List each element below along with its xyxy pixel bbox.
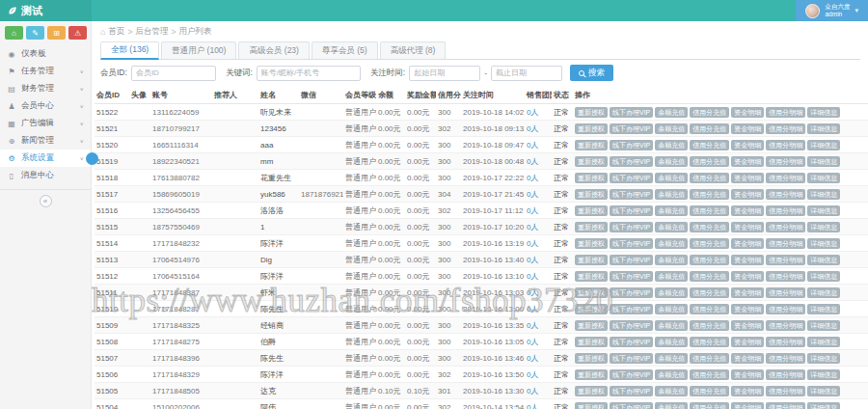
action-button-信用分明细[interactable]: 信用分明细 (766, 173, 805, 183)
action-button-信用分充值[interactable]: 信用分充值 (690, 287, 729, 298)
action-button-重新授权[interactable]: 重新授权 (575, 402, 608, 409)
action-button-余额充值[interactable]: 余额充值 (655, 320, 688, 331)
cell-销售团队[interactable]: 0人 (525, 285, 552, 301)
action-button-线下办理VIP[interactable]: 线下办理VIP (610, 271, 653, 282)
tab-高级代理 (8)[interactable]: 高级代理 (8) (380, 41, 447, 59)
sidebar-item-会员中心[interactable]: ♟会员中心∨ (0, 97, 91, 115)
action-button-信用分充值[interactable]: 信用分充值 (690, 353, 729, 364)
action-button-余额充值[interactable]: 余额充值 (655, 107, 688, 118)
action-button-详细信息[interactable]: 详细信息 (807, 304, 840, 314)
action-button-资金明细[interactable]: 资金明细 (731, 189, 764, 200)
avatar[interactable] (805, 4, 820, 18)
action-button-信用分充值[interactable]: 信用分充值 (690, 238, 729, 249)
action-button-详细信息[interactable]: 详细信息 (807, 123, 840, 134)
action-button-信用分充值[interactable]: 信用分充值 (690, 123, 729, 134)
cell-销售团队[interactable]: 0人 (525, 235, 552, 252)
action-button-信用分明细[interactable]: 信用分明细 (766, 156, 805, 167)
action-button-重新授权[interactable]: 重新授权 (575, 173, 608, 183)
action-button-详细信息[interactable]: 详细信息 (807, 255, 840, 265)
action-button-信用分充值[interactable]: 信用分充值 (690, 156, 729, 167)
sidebar-item-任务管理[interactable]: ⚑任务管理∨ (0, 63, 91, 80)
action-button-资金明细[interactable]: 资金明细 (731, 156, 764, 167)
action-button-资金明细[interactable]: 资金明细 (731, 386, 764, 396)
action-button-资金明细[interactable]: 资金明细 (731, 255, 764, 265)
action-button-信用分充值[interactable]: 信用分充值 (690, 386, 729, 396)
action-button-重新授权[interactable]: 重新授权 (575, 189, 608, 200)
sidebar-item-仪表板[interactable]: ◉仪表板 (0, 45, 91, 63)
cell-销售团队[interactable]: 0人 (525, 137, 552, 153)
action-button-资金明细[interactable]: 资金明细 (731, 402, 764, 409)
action-button-余额充值[interactable]: 余额充值 (655, 238, 688, 249)
action-button-信用分充值[interactable]: 信用分充值 (690, 222, 729, 232)
breadcrumb-home[interactable]: 首页 (108, 26, 124, 38)
action-button-信用分明细[interactable]: 信用分明细 (766, 402, 805, 409)
member-id-input[interactable] (131, 66, 216, 81)
action-button-线下办理VIP[interactable]: 线下办理VIP (610, 320, 653, 331)
action-button-线下办理VIP[interactable]: 线下办理VIP (610, 287, 653, 298)
action-button-详细信息[interactable]: 详细信息 (807, 140, 840, 150)
action-button-重新授权[interactable]: 重新授权 (575, 205, 608, 216)
cell-销售团队[interactable]: 0人 (525, 153, 552, 170)
action-button-详细信息[interactable]: 详细信息 (807, 173, 840, 183)
action-button-信用分充值[interactable]: 信用分充值 (690, 304, 729, 314)
end-date-input[interactable] (491, 66, 562, 81)
alert-button[interactable]: ⚠ (68, 26, 87, 40)
action-button-余额充值[interactable]: 余额充值 (655, 386, 688, 396)
action-button-线下办理VIP[interactable]: 线下办理VIP (610, 123, 653, 134)
sidebar-item-新闻管理[interactable]: ⊕新闻管理∨ (0, 132, 91, 150)
cell-销售团队[interactable]: 0人 (525, 186, 552, 203)
sidebar-item-财务管理[interactable]: ▤财务管理∨ (0, 80, 91, 97)
action-button-详细信息[interactable]: 详细信息 (807, 107, 840, 118)
action-button-重新授权[interactable]: 重新授权 (575, 123, 608, 134)
action-button-重新授权[interactable]: 重新授权 (575, 222, 608, 232)
action-button-信用分充值[interactable]: 信用分充值 (690, 173, 729, 183)
action-button-余额充值[interactable]: 余额充值 (655, 287, 688, 298)
action-button-余额充值[interactable]: 余额充值 (655, 402, 688, 409)
action-button-信用分充值[interactable]: 信用分充值 (690, 189, 729, 200)
action-button-信用分明细[interactable]: 信用分明细 (766, 107, 805, 118)
action-button-信用分明细[interactable]: 信用分明细 (766, 353, 805, 364)
home-button[interactable]: ⌂ (5, 26, 23, 40)
action-button-信用分明细[interactable]: 信用分明细 (766, 140, 805, 150)
action-button-信用分充值[interactable]: 信用分充值 (690, 337, 729, 347)
action-button-信用分充值[interactable]: 信用分充值 (690, 271, 729, 282)
breadcrumb-section[interactable]: 后台管理 (135, 26, 168, 38)
action-button-信用分明细[interactable]: 信用分明细 (766, 287, 805, 298)
action-button-详细信息[interactable]: 详细信息 (807, 337, 840, 347)
action-button-余额充值[interactable]: 余额充值 (655, 222, 688, 232)
action-button-资金明细[interactable]: 资金明细 (731, 337, 764, 347)
tab-普通用户 (100)[interactable]: 普通用户 (100) (161, 41, 236, 59)
action-button-余额充值[interactable]: 余额充值 (655, 123, 688, 134)
action-button-信用分明细[interactable]: 信用分明细 (766, 337, 805, 347)
sidebar-item-系统设置[interactable]: ⚙系统设置∨ (0, 150, 91, 167)
action-button-资金明细[interactable]: 资金明细 (731, 320, 764, 331)
cell-销售团队[interactable]: 0人 (525, 268, 552, 285)
action-button-信用分明细[interactable]: 信用分明细 (766, 123, 805, 134)
action-button-余额充值[interactable]: 余额充值 (655, 369, 688, 380)
action-button-详细信息[interactable]: 详细信息 (807, 402, 840, 409)
cell-销售团队[interactable]: 0人 (525, 399, 552, 409)
action-button-余额充值[interactable]: 余额充值 (655, 156, 688, 167)
action-button-余额充值[interactable]: 余额充值 (655, 255, 688, 265)
action-button-详细信息[interactable]: 详细信息 (807, 271, 840, 282)
action-button-信用分充值[interactable]: 信用分充值 (690, 320, 729, 331)
action-button-信用分明细[interactable]: 信用分明细 (766, 304, 805, 314)
action-button-资金明细[interactable]: 资金明细 (731, 369, 764, 380)
action-button-资金明细[interactable]: 资金明细 (731, 140, 764, 150)
action-button-重新授权[interactable]: 重新授权 (575, 337, 608, 347)
action-button-信用分充值[interactable]: 信用分充值 (690, 205, 729, 216)
action-button-重新授权[interactable]: 重新授权 (575, 107, 608, 118)
action-button-资金明细[interactable]: 资金明细 (731, 107, 764, 118)
action-button-信用分充值[interactable]: 信用分充值 (690, 369, 729, 380)
action-button-资金明细[interactable]: 资金明细 (731, 205, 764, 216)
action-button-重新授权[interactable]: 重新授权 (575, 287, 608, 298)
action-button-资金明细[interactable]: 资金明细 (731, 287, 764, 298)
action-button-详细信息[interactable]: 详细信息 (807, 238, 840, 249)
action-button-详细信息[interactable]: 详细信息 (807, 369, 840, 380)
edit-button[interactable]: ✎ (26, 26, 44, 40)
action-button-余额充值[interactable]: 余额充值 (655, 271, 688, 282)
tab-全部 (136)[interactable]: 全部 (136) (100, 41, 159, 60)
action-button-线下办理VIP[interactable]: 线下办理VIP (610, 140, 653, 150)
action-button-详细信息[interactable]: 详细信息 (807, 189, 840, 200)
action-button-线下办理VIP[interactable]: 线下办理VIP (610, 337, 653, 347)
